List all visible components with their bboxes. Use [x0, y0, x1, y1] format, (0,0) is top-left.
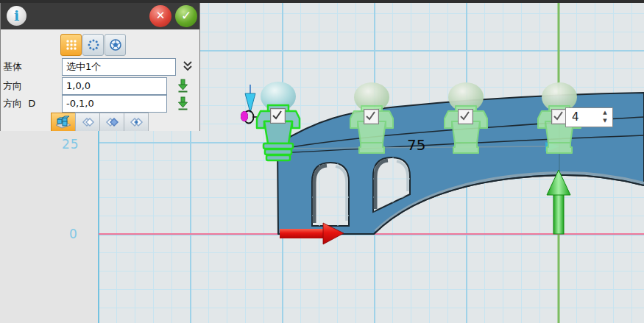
- sphere-icon: [109, 38, 122, 52]
- dotted-circle-icon: [88, 39, 99, 51]
- check-icon: [364, 110, 377, 122]
- dialog-title-bar[interactable]: i ✕ ✓: [1, 3, 199, 29]
- occurrence-count-spinbox[interactable]: 4 ▲▼: [565, 107, 613, 127]
- occurrence-count-value: 4: [572, 110, 579, 124]
- direction2-label: 方向 D: [3, 97, 35, 110]
- pattern-dialog: i ✕ ✓: [0, 3, 200, 131]
- direction-field[interactable]: 1,0,0: [62, 77, 167, 95]
- tab-mirror-blue-diamond[interactable]: [99, 113, 124, 131]
- spin-down-icon[interactable]: ▼: [600, 117, 610, 125]
- bridge-window-1: [309, 158, 352, 228]
- tab-mirror-dot-diamond[interactable]: [124, 113, 149, 131]
- check-icon: [271, 109, 283, 121]
- sphere-pattern-button[interactable]: [105, 34, 126, 56]
- y-direction-drag-arrow[interactable]: [547, 170, 570, 234]
- pattern-preview-pawn[interactable]: [348, 82, 395, 155]
- pick-direction2-arrow-icon[interactable]: [177, 96, 189, 110]
- occurrence-checkbox[interactable]: [458, 109, 473, 124]
- grid-dots-icon: [66, 39, 77, 51]
- dialog-body: 基体 选中1个 方向 1,0,0 方向 D -0,1,0: [1, 29, 199, 131]
- cubes-array-icon: [54, 116, 72, 129]
- pattern-length-dimension: 75: [407, 136, 425, 154]
- axis-label-0: 0: [69, 227, 78, 241]
- polar-pattern-button[interactable]: [82, 34, 104, 56]
- chevron-double-down-icon[interactable]: [182, 59, 194, 74]
- ok-button[interactable]: ✓: [175, 5, 197, 27]
- tab-mirror-double-diamond[interactable]: [75, 113, 100, 131]
- direction2-field[interactable]: -0,1,0: [62, 95, 167, 113]
- direction-label: 方向: [3, 79, 22, 93]
- double-diamond-icon: [79, 116, 96, 128]
- blue-down-arrow-icon: [245, 93, 255, 113]
- pattern-original-pawn[interactable]: [255, 81, 302, 162]
- cancel-button[interactable]: ✕: [149, 5, 171, 27]
- occurrence-checkbox[interactable]: [364, 109, 379, 124]
- base-label: 基体: [3, 60, 22, 74]
- axis-label-25: 25: [62, 137, 79, 152]
- check-icon: [459, 110, 471, 122]
- origin-point-icon: [241, 111, 248, 121]
- check-icon: [552, 110, 565, 122]
- white-blue-diamond-icon: [104, 116, 120, 128]
- spinner-buttons[interactable]: ▲▼: [600, 109, 610, 125]
- top-bar: [0, 0, 644, 3]
- linear-pattern-button[interactable]: [60, 34, 82, 56]
- app-window: 25 0 75: [0, 0, 644, 323]
- spin-up-icon[interactable]: ▲: [600, 109, 610, 117]
- pick-direction-arrow-icon[interactable]: [177, 78, 189, 93]
- occurrence-checkbox[interactable]: [270, 108, 286, 124]
- pattern-preview-pawn[interactable]: [442, 82, 489, 155]
- occurrence-checkbox[interactable]: [551, 109, 567, 124]
- info-icon: i: [7, 6, 26, 26]
- dot-diamond-icon: [128, 116, 144, 128]
- base-selection-field[interactable]: 选中1个: [62, 58, 176, 76]
- tab-pattern-cubes[interactable]: [51, 113, 76, 131]
